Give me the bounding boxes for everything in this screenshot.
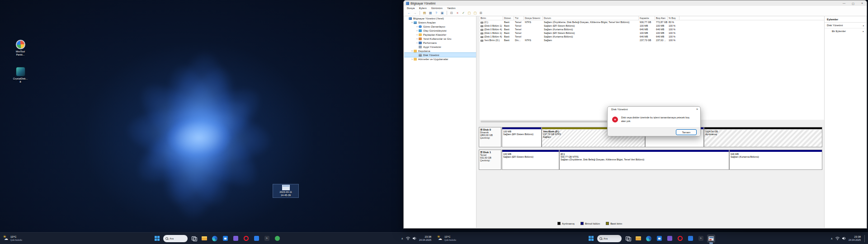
table-row[interactable]: Yeni Birim (D:)BasitDin...NTFSSağlam237,… xyxy=(480,38,824,42)
dialog-close-icon[interactable]: × xyxy=(696,108,698,111)
column-header--bo-[interactable]: % Boş xyxy=(668,16,679,20)
app-icon-blue[interactable] xyxy=(686,235,694,243)
tree-item-sistem-ara-lar-[interactable]: ˅Sistem Araçları xyxy=(404,20,476,24)
tree-item-hizmetler-ve-uygulamalar[interactable]: ˃Hizmetler ve Uygulamalar xyxy=(404,57,476,61)
table-row[interactable]: (Disk 1 Bölüm 1)BasitTemelSağlam (EFI Si… xyxy=(480,31,824,35)
app-icon-purple[interactable] xyxy=(665,235,674,243)
clock[interactable]: 23:38 24.04.2025 xyxy=(419,235,431,242)
hidden-icons-chevron[interactable]: ∧ xyxy=(831,237,833,240)
desktop-icon-screenshot[interactable]: 2023-04-1114-45-39 xyxy=(273,184,298,197)
clock[interactable]: 23:38 24.04.2025 xyxy=(849,235,861,242)
show-console-tree-icon[interactable]: ▤ xyxy=(422,11,427,15)
delete-volume-icon[interactable]: × xyxy=(455,11,460,15)
column-header-dosya-sistemi[interactable]: Dosya Sistemi xyxy=(524,16,543,20)
column-header-bo-alan[interactable]: Boş Alan xyxy=(655,16,668,20)
edge-browser-icon[interactable] xyxy=(645,235,653,243)
partition-100-mb[interactable]: 100 MBSağlam (EFI Sistem Bölümü) xyxy=(502,127,542,147)
partition--c-[interactable]: (C:)930,77 GB NTFSSağlam (Önyükleme, Dis… xyxy=(559,150,729,170)
weather-widget[interactable]: ☀☁ 13°C Çok bulutlu xyxy=(0,233,25,244)
tree-item-olay-g-r-nt-leyicisi[interactable]: ˃Olay Görüntüleyicisi xyxy=(404,28,476,33)
close-button[interactable]: × xyxy=(858,0,867,6)
tree-item-payla-lan-klas-rler[interactable]: ˃Paylaşılan Klasörler xyxy=(404,33,476,37)
menu-gorunum[interactable]: Görünüm xyxy=(431,7,443,9)
show-desktop-button[interactable] xyxy=(864,235,865,242)
tree-expander-icon[interactable]: ˃ xyxy=(415,29,419,32)
tree-item-ayg-t-y-neticisi[interactable]: Aygıt Yöneticisi xyxy=(404,45,476,49)
table-row[interactable]: (C:)BasitTemelNTFSSağlam (Önyükleme, Dis… xyxy=(480,20,824,24)
table-row[interactable]: (Disk 0 Bölüm 4)BasitTemelSağlam (Kurtar… xyxy=(480,28,824,31)
export-list-icon[interactable]: ▦ xyxy=(428,11,433,15)
weather-widget[interactable]: ☀☁ 13°C Çok bulutlu xyxy=(434,233,459,244)
refresh-disk-icon[interactable]: ⊟ xyxy=(449,11,454,15)
change-letter-icon[interactable]: ▢ xyxy=(473,11,477,15)
file-explorer-icon[interactable] xyxy=(200,235,208,243)
column-header-d-zen[interactable]: Düzen xyxy=(503,16,514,20)
microsoft-store-icon[interactable] xyxy=(655,235,663,243)
computer-management-icon[interactable] xyxy=(707,235,715,243)
menu-dosya[interactable]: Dosya xyxy=(407,7,415,9)
set-partition-active-icon[interactable]: ✓ xyxy=(461,11,466,15)
task-view-button[interactable] xyxy=(190,235,198,243)
tree-expander-icon[interactable]: ˃ xyxy=(415,42,419,44)
console-window-icon[interactable]: ▣ xyxy=(440,11,444,15)
tree-expander-icon[interactable]: ˅ xyxy=(410,21,414,24)
wifi-icon[interactable] xyxy=(835,236,840,240)
column-header-durum[interactable]: Durum xyxy=(543,16,639,20)
file-explorer-icon[interactable] xyxy=(634,235,642,243)
desktop-icon-crystaldiskinfo[interactable]: CrystalDisk...8 xyxy=(8,67,33,83)
back-icon[interactable]: ← xyxy=(407,11,411,15)
app-icon-dark[interactable]: > xyxy=(697,235,705,243)
volume-icon[interactable] xyxy=(413,236,417,240)
forward-icon[interactable]: → xyxy=(413,11,417,15)
search-box[interactable]: Ara xyxy=(597,235,622,242)
tree-item-depolama[interactable]: ˅Depolama xyxy=(404,49,476,53)
opera-browser-icon[interactable] xyxy=(676,235,684,243)
tree-expander-icon[interactable]: ˃ xyxy=(410,58,414,61)
task-view-button[interactable] xyxy=(624,235,632,243)
table-row[interactable]: (Disk 0 Bölüm 1)BasitTemelSağlam (EFI Si… xyxy=(480,24,824,28)
title-bar[interactable]: Bilgisayar Yönetimi — ▢ × xyxy=(404,0,867,6)
tree-item-yerel-kullan-c-lar-ve-gru[interactable]: ˃Yerel Kullanıcılar ve Gru xyxy=(404,37,476,41)
help-icon[interactable]: ? xyxy=(434,11,439,15)
column-header-kapasite[interactable]: Kapasite xyxy=(639,16,655,20)
disk-label-disk-1[interactable]: ☰ Disk 1Temel931,50 GBÇevrimiçi xyxy=(479,150,501,170)
tree-expander-icon[interactable]: ˃ xyxy=(415,38,419,40)
app-icon-purple[interactable] xyxy=(231,235,240,243)
actions-item-more-actions[interactable]: Ek Eylemler ▸ xyxy=(825,28,866,34)
maximize-button[interactable]: ▢ xyxy=(849,0,858,6)
partition-100-mb[interactable]: 100 MBSağlam (EFI Sistem Bölümü) xyxy=(502,150,559,170)
collapse-caret-icon[interactable]: ▴ xyxy=(863,24,864,27)
wifi-icon[interactable] xyxy=(406,236,410,240)
start-button[interactable] xyxy=(587,235,595,243)
hidden-icons-chevron[interactable]: ∧ xyxy=(401,237,403,240)
tree-item-g-rev-zamanlay-c-[interactable]: ˃Görev Zamanlayıcı xyxy=(404,24,476,28)
menu-yardim[interactable]: Yardım xyxy=(447,7,456,9)
partition-1624-54-gb[interactable]: 1624,54 GBAyrılmamış xyxy=(704,127,822,147)
ok-button[interactable]: Tamam xyxy=(676,129,697,135)
edge-browser-icon[interactable] xyxy=(211,235,219,243)
tree-expander-icon[interactable]: ˃ xyxy=(415,25,419,28)
expand-caret-icon[interactable]: ▸ xyxy=(863,30,864,33)
tree-expander-icon[interactable]: ˃ xyxy=(415,33,419,36)
new-volume-icon[interactable]: ▢ xyxy=(467,11,472,15)
microsoft-store-icon[interactable] xyxy=(221,235,229,243)
tree-expander-icon[interactable]: ˅ xyxy=(410,50,414,52)
search-box[interactable]: Ara xyxy=(163,235,188,242)
app-icon-blue[interactable] xyxy=(252,235,260,243)
menu-eylem[interactable]: Eylem xyxy=(419,7,427,9)
column-header-birim[interactable]: Birim xyxy=(480,16,503,20)
disk-label-disk-0[interactable]: ☰ Disk 0Dinamik1863,00 GBÇevrimiçi xyxy=(479,127,501,147)
minimize-button[interactable]: — xyxy=(840,0,849,6)
opera-browser-icon[interactable] xyxy=(242,235,250,243)
partition-646-mb[interactable]: 646 MBSağlam (Kurtarma Bölümü) xyxy=(729,150,822,170)
details-view-icon[interactable]: ⊞ xyxy=(479,11,483,15)
app-icon-dark[interactable]: > xyxy=(263,235,271,243)
start-button[interactable] xyxy=(153,235,161,243)
tree-item-bilgisayar-y-netimi-yerel-[interactable]: Bilgisayar Yönetimi (Yerel) xyxy=(404,16,476,20)
actions-group-disk-management[interactable]: Disk Yönetimi ▴ xyxy=(825,23,866,28)
app-icon-green[interactable] xyxy=(273,235,281,243)
column-header-t-r[interactable]: Tür xyxy=(514,16,524,20)
tree-item-disk-y-netimi[interactable]: Disk Yönetimi xyxy=(404,53,476,57)
tree-item-performans[interactable]: ˃Performans xyxy=(404,41,476,45)
table-row[interactable]: (Disk 1 Bölüm 4)BasitTemelSağlam (Kurtar… xyxy=(480,35,824,38)
